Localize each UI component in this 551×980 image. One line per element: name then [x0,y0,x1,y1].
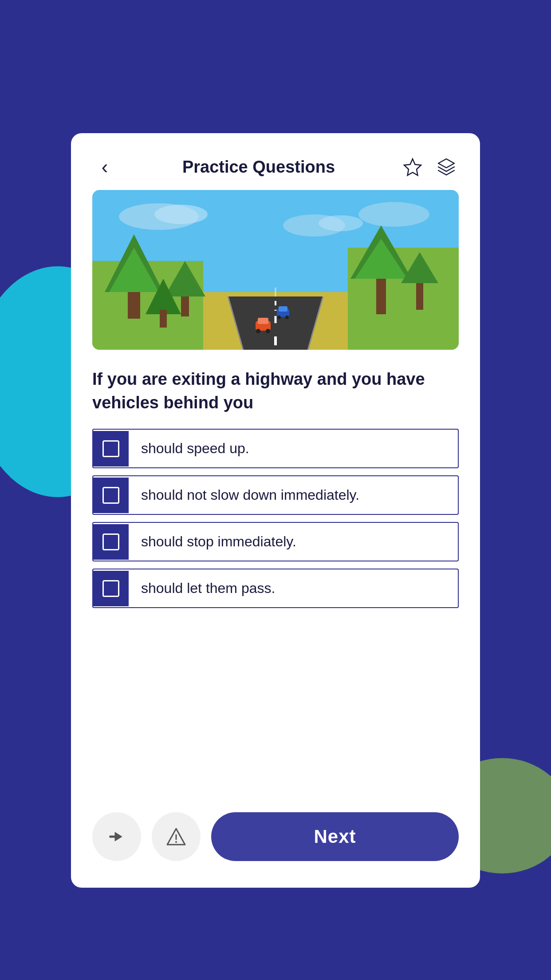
page-title: Practice Questions [117,158,400,177]
question-text: If you are exiting a highway and you hav… [92,368,459,415]
checkbox-a-inner [102,440,119,457]
svg-point-6 [358,202,429,227]
svg-point-31 [256,329,260,333]
star-button[interactable] [400,154,425,179]
svg-rect-19 [181,296,189,316]
layers-icon [437,157,456,177]
svg-point-32 [266,329,270,333]
svg-rect-25 [416,283,423,310]
svg-rect-28 [160,310,167,328]
svg-point-36 [285,316,289,319]
option-c-checkbox [93,524,129,560]
svg-rect-34 [279,306,287,312]
layers-button[interactable] [434,154,459,179]
share-icon [106,826,127,847]
next-button[interactable]: Next [211,812,459,861]
option-c[interactable]: should stop immediately. [92,522,459,561]
option-b-label: should not slow down immediately. [129,476,458,514]
scene-illustration [92,190,459,350]
svg-point-3 [154,205,208,224]
option-b[interactable]: should not slow down immediately. [92,475,459,515]
option-c-label: should stop immediately. [129,523,458,561]
option-d-checkbox [93,571,129,606]
footer: Next [71,791,480,888]
next-button-label: Next [314,826,356,847]
svg-marker-0 [404,159,421,175]
options-list: should speed up. should not slow down im… [92,429,459,615]
svg-rect-30 [258,318,268,324]
svg-point-5 [319,215,363,231]
checkbox-d-inner [102,580,119,597]
svg-rect-16 [128,292,140,319]
svg-point-35 [277,316,281,319]
checkbox-c-inner [102,533,119,550]
option-b-checkbox [93,478,129,513]
header-actions [400,154,459,179]
option-a-label: should speed up. [129,430,458,467]
option-d-label: should let them pass. [129,569,458,607]
option-a-checkbox [93,431,129,466]
svg-point-39 [175,841,177,843]
report-button[interactable] [152,812,201,861]
warning-triangle-icon [165,826,187,847]
chevron-left-icon: ‹ [102,157,108,177]
checkbox-b-inner [102,487,119,504]
share-button[interactable] [92,812,141,861]
main-card: ‹ Practice Questions [71,133,480,888]
header: ‹ Practice Questions [71,133,480,190]
star-icon [403,157,422,177]
back-button[interactable]: ‹ [92,154,117,179]
svg-rect-22 [376,279,386,314]
highway-scene-svg [92,190,459,350]
option-d[interactable]: should let them pass. [92,569,459,608]
option-a[interactable]: should speed up. [92,429,459,468]
